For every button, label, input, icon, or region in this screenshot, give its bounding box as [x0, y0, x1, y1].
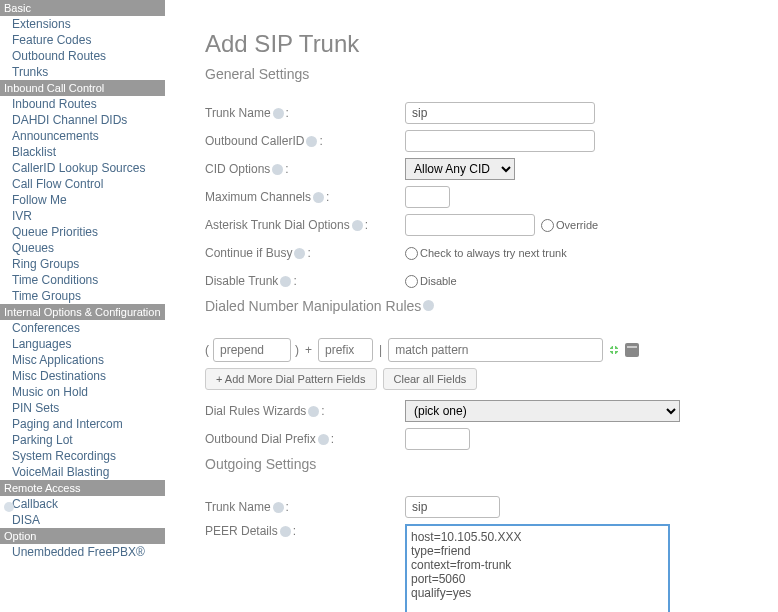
label-outgoing-trunk-name: Trunk Name: — [205, 500, 405, 514]
outgoing-trunk-name-input[interactable] — [405, 496, 500, 518]
nav-item[interactable]: System Recordings — [0, 448, 165, 464]
help-icon[interactable] — [306, 136, 317, 147]
match-pattern-input[interactable] — [388, 338, 603, 362]
help-icon[interactable] — [280, 526, 291, 537]
paren-close: ) — [295, 343, 299, 357]
nav-item[interactable]: Misc Destinations — [0, 368, 165, 384]
nav-item[interactable]: Time Conditions — [0, 272, 165, 288]
nav-item[interactable]: Callback — [0, 496, 165, 512]
max-channels-input[interactable] — [405, 186, 450, 208]
help-icon[interactable] — [272, 164, 283, 175]
disable-text: Disable — [420, 275, 457, 287]
nav-item[interactable]: VoiceMail Blasting — [0, 464, 165, 480]
label-max-channels: Maximum Channels: — [205, 190, 405, 204]
dial-rules-wizard-select[interactable]: (pick one) — [405, 400, 680, 422]
nav-item[interactable]: Time Groups — [0, 288, 165, 304]
nav-section-header: Inbound Call Control — [0, 80, 165, 96]
label-outbound-dial-prefix: Outbound Dial Prefix: — [205, 432, 405, 446]
help-icon[interactable] — [273, 108, 284, 119]
override-radio[interactable] — [541, 219, 554, 232]
label-continue-busy: Continue if Busy: — [205, 246, 405, 260]
main-content: Add SIP Trunk General Settings Trunk Nam… — [165, 0, 778, 612]
nav-section-header: Option — [0, 528, 165, 544]
section-dnmr: Dialed Number Manipulation Rules — [205, 298, 758, 314]
outbound-cid-input[interactable] — [405, 130, 595, 152]
delete-row-icon[interactable] — [625, 343, 639, 357]
nav-item[interactable]: Blacklist — [0, 144, 165, 160]
add-more-fields-button[interactable]: + Add More Dial Pattern Fields — [205, 368, 377, 390]
help-icon[interactable] — [273, 502, 284, 513]
label-dial-rules-wizards: Dial Rules Wizards: — [205, 404, 405, 418]
nav-item[interactable]: Follow Me — [0, 192, 165, 208]
nav-item[interactable]: Inbound Routes — [0, 96, 165, 112]
nav-item[interactable]: Conferences — [0, 320, 165, 336]
nav-item[interactable]: Unembedded FreePBX® — [0, 544, 165, 560]
paren-open: ( — [205, 343, 209, 357]
clear-all-fields-button[interactable]: Clear all Fields — [383, 368, 478, 390]
nav-item[interactable]: Extensions — [0, 16, 165, 32]
nav-section-header: Remote Access — [0, 480, 165, 496]
nav-item[interactable]: Call Flow Control — [0, 176, 165, 192]
nav-item[interactable]: Trunks — [0, 64, 165, 80]
trunk-name-input[interactable] — [405, 102, 595, 124]
nav-item[interactable]: DAHDI Channel DIDs — [0, 112, 165, 128]
label-cid-options: CID Options: — [205, 162, 405, 176]
nav-item[interactable]: Languages — [0, 336, 165, 352]
nav-item[interactable]: PIN Sets — [0, 400, 165, 416]
nav-section-header: Basic — [0, 0, 165, 16]
outbound-dial-prefix-input[interactable] — [405, 428, 470, 450]
peer-details-textarea[interactable] — [405, 524, 670, 612]
disable-trunk-radio[interactable] — [405, 275, 418, 288]
nav-item[interactable]: Queues — [0, 240, 165, 256]
prefix-input[interactable] — [318, 338, 373, 362]
label-outbound-cid: Outbound CallerID: — [205, 134, 405, 148]
nav-item[interactable]: CallerID Lookup Sources — [0, 160, 165, 176]
nav-item[interactable]: DISA — [0, 512, 165, 528]
nav-section-header: Internal Options & Configuration — [0, 304, 165, 320]
pipe-sym: | — [377, 343, 384, 357]
nav-item[interactable]: Feature Codes — [0, 32, 165, 48]
add-row-icon[interactable] — [607, 343, 621, 357]
plus-sym: + — [303, 343, 314, 357]
continue-busy-text: Check to always try next trunk — [420, 247, 567, 259]
nav-item[interactable]: Paging and Intercom — [0, 416, 165, 432]
continue-busy-radio[interactable] — [405, 247, 418, 260]
section-general: General Settings — [205, 66, 758, 82]
help-icon[interactable] — [280, 276, 291, 287]
help-icon[interactable] — [313, 192, 324, 203]
asterisk-dial-input[interactable] — [405, 214, 535, 236]
label-disable-trunk: Disable Trunk: — [205, 274, 405, 288]
nav-item[interactable]: Ring Groups — [0, 256, 165, 272]
help-icon[interactable] — [318, 434, 329, 445]
section-outgoing: Outgoing Settings — [205, 456, 758, 472]
nav-item[interactable]: Music on Hold — [0, 384, 165, 400]
page-title: Add SIP Trunk — [205, 30, 758, 58]
nav-item[interactable]: Parking Lot — [0, 432, 165, 448]
help-icon[interactable] — [308, 406, 319, 417]
label-peer-details: PEER Details: — [205, 524, 405, 538]
nav-item[interactable]: Queue Priorities — [0, 224, 165, 240]
help-icon[interactable] — [294, 248, 305, 259]
nav-item[interactable]: Announcements — [0, 128, 165, 144]
label-trunk-name: Trunk Name: — [205, 106, 405, 120]
prepend-input[interactable] — [213, 338, 291, 362]
sidebar: BasicExtensionsFeature CodesOutbound Rou… — [0, 0, 165, 612]
help-icon[interactable] — [352, 220, 363, 231]
help-icon[interactable] — [423, 300, 434, 311]
cid-options-select[interactable]: Allow Any CID — [405, 158, 515, 180]
nav-item[interactable]: Misc Applications — [0, 352, 165, 368]
dial-pattern-row: ( ) + | — [205, 338, 758, 362]
override-label: Override — [556, 219, 598, 231]
nav-item[interactable]: IVR — [0, 208, 165, 224]
nav-item[interactable]: Outbound Routes — [0, 48, 165, 64]
label-asterisk-dial: Asterisk Trunk Dial Options: — [205, 218, 405, 232]
sidebar-help-icon[interactable] — [4, 502, 14, 512]
